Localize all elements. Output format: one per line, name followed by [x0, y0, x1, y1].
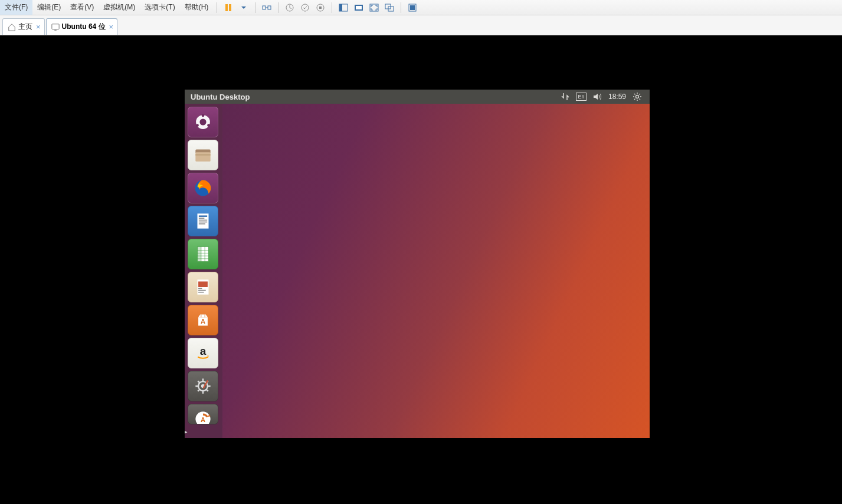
svg-rect-1: [229, 4, 231, 11]
volume-icon[interactable]: [592, 92, 602, 101]
vmware-menubar: 文件(F) 编辑(E) 查看(V) 虚拟机(M) 选项卡(T) 帮助(H): [0, 0, 842, 15]
tab-home[interactable]: 主页 ×: [2, 18, 45, 35]
console-view-icon[interactable]: [352, 1, 365, 14]
vmware-tabs: 主页 × Ubuntu 64 位 ×: [0, 15, 842, 35]
fullscreen-icon[interactable]: [368, 1, 381, 14]
svg-rect-7: [319, 6, 322, 9]
launcher-settings[interactable]: [188, 371, 218, 401]
launcher-impress[interactable]: [188, 272, 218, 302]
svg-point-22: [207, 124, 210, 127]
svg-rect-37: [198, 282, 208, 288]
svg-text:A: A: [201, 416, 205, 423]
svg-rect-39: [198, 290, 206, 291]
snapshot-take-icon[interactable]: [283, 1, 296, 14]
svg-rect-11: [356, 6, 362, 9]
ubuntu-guest-screen[interactable]: Ubuntu Desktop En 18:59: [185, 90, 650, 438]
svg-point-20: [199, 118, 206, 125]
snapshot-revert-icon[interactable]: [299, 1, 312, 14]
pause-icon[interactable]: [222, 1, 235, 14]
svg-rect-31: [199, 220, 207, 221]
svg-point-5: [302, 4, 309, 11]
unity-launcher: A a A ▸ Firefox Web Browser: [185, 104, 222, 438]
tab-vm-label: Ubuntu 64 位: [62, 22, 106, 32]
svg-rect-0: [225, 4, 228, 11]
library-icon[interactable]: [406, 1, 419, 14]
svg-rect-29: [199, 216, 207, 217]
language-indicator[interactable]: En: [576, 93, 587, 101]
menu-file[interactable]: 文件(F): [0, 0, 32, 15]
separator: [332, 2, 332, 13]
menu-edit[interactable]: 编辑(E): [32, 0, 65, 15]
network-icon[interactable]: [561, 92, 570, 101]
send-cad-icon[interactable]: [260, 1, 273, 14]
svg-rect-35: [198, 246, 201, 261]
separator: [255, 2, 255, 13]
desktop-wallpaper[interactable]: [222, 104, 650, 438]
svg-rect-30: [199, 218, 205, 219]
ubuntu-top-panel: Ubuntu Desktop En 18:59: [185, 90, 650, 104]
dropdown-icon[interactable]: [237, 1, 250, 14]
launcher-software[interactable]: A: [188, 305, 218, 335]
close-icon[interactable]: ×: [109, 22, 114, 31]
ubuntu-desktop-body: A a A ▸ Firefox Web Browser: [185, 104, 650, 438]
launcher-writer[interactable]: [188, 206, 218, 236]
svg-rect-40: [198, 292, 204, 293]
svg-rect-26: [195, 154, 210, 155]
menu-view[interactable]: 查看(V): [65, 0, 99, 15]
snapshot-manager-icon[interactable]: [314, 1, 327, 14]
gear-icon[interactable]: [633, 92, 642, 101]
svg-point-21: [202, 114, 205, 117]
unity-icon[interactable]: [383, 1, 396, 14]
launcher-calc[interactable]: [188, 239, 218, 269]
separator: [217, 2, 217, 13]
clock[interactable]: 18:59: [608, 93, 626, 101]
svg-rect-9: [339, 4, 342, 11]
menu-help[interactable]: 帮助(H): [180, 0, 214, 15]
menu-vm[interactable]: 虚拟机(M): [99, 0, 140, 15]
launcher-amazon[interactable]: a: [188, 338, 218, 368]
launcher-firefox[interactable]: [188, 173, 218, 203]
svg-rect-25: [195, 152, 210, 162]
tab-vm-ubuntu[interactable]: Ubuntu 64 位 ×: [46, 18, 118, 35]
separator: [278, 2, 279, 13]
svg-point-23: [196, 124, 199, 127]
launcher-overflow-arrow[interactable]: ▸: [185, 428, 188, 436]
close-icon[interactable]: ×: [36, 22, 41, 31]
svg-point-18: [636, 95, 639, 98]
svg-rect-32: [199, 222, 207, 223]
panel-title: Ubuntu Desktop: [191, 93, 250, 101]
tab-home-label: 主页: [18, 22, 32, 32]
fit-guest-icon[interactable]: [337, 1, 350, 14]
separator: [401, 2, 401, 13]
home-icon: [8, 23, 16, 31]
launcher-files[interactable]: [188, 140, 218, 170]
svg-text:a: a: [200, 345, 207, 357]
svg-rect-3: [268, 6, 271, 9]
vm-display-area: Ubuntu Desktop En 18:59: [0, 35, 842, 504]
menu-tabs[interactable]: 选项卡(T): [140, 0, 179, 15]
svg-text:A: A: [201, 318, 205, 325]
svg-rect-16: [410, 5, 415, 10]
svg-rect-38: [198, 288, 202, 289]
launcher-dash[interactable]: [188, 107, 218, 137]
svg-rect-17: [51, 24, 58, 29]
svg-rect-33: [199, 223, 205, 225]
launcher-updater[interactable]: A: [188, 404, 218, 424]
monitor-icon: [51, 23, 60, 31]
svg-rect-2: [263, 6, 266, 9]
